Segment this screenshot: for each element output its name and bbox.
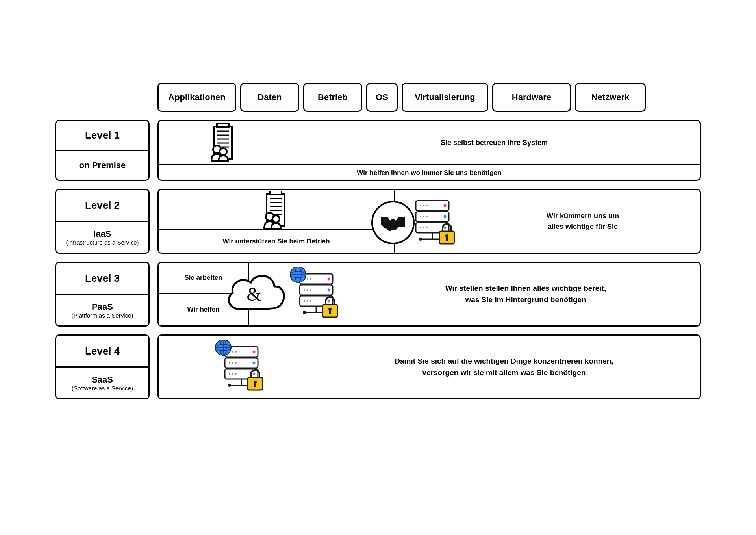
side-level-3: Level 3 PaaS (Plattform as a Service) — [55, 262, 150, 327]
svg-point-48 — [307, 278, 308, 280]
row-level-1: Level 1 on Premise — [55, 120, 701, 181]
svg-point-81 — [232, 373, 233, 375]
level-2-sub: (Infrastructure as a Service) — [66, 239, 139, 246]
level-4-sub: (Software as a Service) — [72, 385, 133, 392]
level-1-bottom-text: Wir helfen Ihnen wo immer Sie uns benöti… — [159, 164, 700, 180]
side-level-4: Level 4 SaaS (Software as a Service) — [55, 334, 150, 399]
svg-point-17 — [272, 215, 280, 223]
level-4-text: Damit Sie sich auf die wichtigen Dinge k… — [324, 356, 700, 378]
cloud-ampersand-icon: & — [222, 267, 289, 323]
level-2-left-bottom-text: Wir unterstützen Sie beim Betrieb — [159, 229, 394, 253]
level-3-sub: (Plattform as a Service) — [72, 312, 133, 319]
office-people-icon — [259, 191, 294, 229]
svg-point-72 — [253, 361, 256, 364]
svg-point-28 — [423, 216, 424, 217]
svg-point-25 — [423, 205, 424, 206]
svg-point-29 — [426, 216, 428, 217]
row-level-3: Level 3 PaaS (Plattform as a Service) Si… — [55, 262, 701, 327]
level-2-name: IaaS — [93, 229, 111, 239]
svg-rect-39 — [446, 237, 448, 241]
svg-point-52 — [310, 289, 311, 291]
row-level-4: Level 4 SaaS (Software as a Service) — [55, 334, 701, 399]
svg-rect-94 — [254, 383, 256, 387]
svg-text:&: & — [246, 284, 261, 305]
level-1-title: Level 1 — [85, 129, 120, 141]
main-level-4: Damit Sie sich auf die wichtigen Dinge k… — [158, 334, 701, 399]
header-virtualisierung: Virtualisierung — [402, 83, 488, 112]
svg-point-32 — [426, 227, 428, 228]
svg-point-53 — [304, 300, 305, 302]
side-level-1: Level 1 on Premise — [55, 120, 150, 181]
header-hardware: Hardware — [492, 83, 571, 112]
header-netzwerk: Netzwerk — [575, 83, 646, 112]
header-applikationen: Applikationen — [158, 83, 236, 112]
level-4-name: SaaS — [92, 375, 113, 385]
svg-rect-1 — [217, 123, 229, 127]
svg-point-77 — [229, 362, 230, 364]
svg-point-27 — [420, 216, 421, 217]
svg-point-35 — [419, 238, 422, 241]
handshake-icon — [371, 201, 415, 244]
server-globe-lock-icon — [289, 267, 344, 322]
level-1-name: on Premise — [79, 160, 126, 171]
svg-point-26 — [426, 205, 428, 206]
svg-point-79 — [235, 362, 237, 364]
svg-point-22 — [444, 215, 447, 218]
row-level-2: Level 2 IaaS (Infrastructure as a Servic… — [55, 189, 701, 254]
header-betrieb: Betrieb — [303, 83, 362, 112]
office-people-icon — [206, 123, 241, 162]
svg-point-46 — [328, 299, 330, 302]
svg-point-73 — [253, 372, 256, 375]
svg-point-50 — [304, 289, 305, 291]
svg-point-24 — [420, 205, 421, 206]
svg-point-31 — [423, 227, 424, 228]
svg-point-30 — [420, 227, 421, 228]
level-4-title: Level 4 — [85, 345, 120, 357]
svg-point-44 — [328, 277, 330, 280]
svg-point-21 — [444, 204, 447, 207]
main-level-2: Wir unterstützen Sie beim Betrieb — [158, 189, 701, 254]
service-levels-diagram: Applikationen Daten Betrieb OS Virtualis… — [55, 83, 701, 407]
svg-point-8 — [220, 148, 227, 155]
column-headers: Applikationen Daten Betrieb OS Virtualis… — [158, 83, 701, 112]
svg-point-85 — [228, 384, 231, 387]
header-os: OS — [366, 83, 398, 112]
svg-point-75 — [232, 351, 233, 353]
level-3-title: Level 3 — [85, 272, 120, 284]
svg-point-49 — [310, 278, 311, 280]
svg-point-71 — [253, 350, 256, 353]
main-level-3: Sie arbeiten Wir helfen & — [158, 262, 701, 327]
side-level-2: Level 2 IaaS (Infrastructure as a Servic… — [55, 189, 150, 254]
svg-rect-67 — [329, 310, 331, 314]
level-3-name: PaaS — [92, 302, 113, 312]
server-lock-icon — [409, 196, 460, 247]
level-2-title: Level 2 — [85, 199, 120, 212]
svg-point-54 — [307, 300, 308, 302]
server-globe-lock-icon — [214, 340, 269, 395]
svg-point-80 — [229, 373, 230, 375]
svg-point-76 — [235, 351, 237, 353]
svg-point-45 — [328, 288, 330, 291]
svg-point-51 — [307, 289, 308, 291]
svg-point-82 — [235, 373, 237, 375]
level-2-right-text: Wir kümmern uns um alles wichtige für Si… — [474, 211, 700, 232]
level-3-right-text: Wir stellen stellen Ihnen alles wichtige… — [352, 283, 700, 305]
svg-point-23 — [444, 226, 447, 229]
svg-point-55 — [310, 300, 311, 302]
main-level-1: Sie selbst betreuen Ihre System Wir helf… — [158, 120, 701, 181]
level-1-top-text: Sie selbst betreuen Ihre System — [289, 139, 700, 147]
header-daten: Daten — [240, 83, 299, 112]
svg-rect-10 — [270, 191, 282, 195]
svg-point-78 — [232, 362, 233, 364]
svg-point-58 — [303, 311, 306, 314]
